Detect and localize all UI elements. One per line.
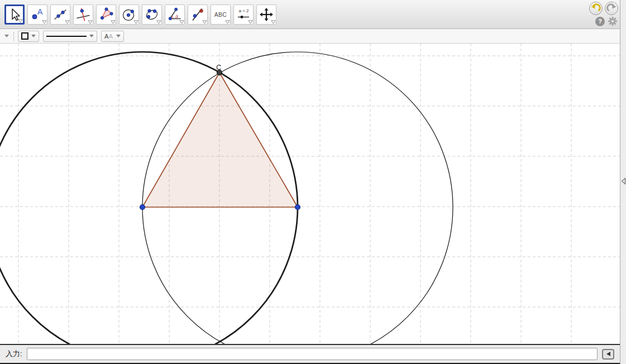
slider-tool-label: a = 2: [238, 8, 249, 13]
tool-options-arrow-icon[interactable]: [42, 20, 47, 24]
tool-bar: AaABCa = 2: [0, 0, 620, 29]
point-label: C: [216, 63, 221, 71]
chevron-down-icon: [89, 35, 94, 37]
color-style-dropdown[interactable]: [18, 31, 39, 42]
label-style-dropdown[interactable]: AA: [101, 31, 124, 42]
tool-perpendicular-button[interactable]: [73, 4, 93, 25]
settings-button[interactable]: [608, 16, 618, 26]
free-point-B[interactable]: [295, 205, 300, 210]
tool-ellipse-button[interactable]: [142, 4, 162, 25]
tool-options-arrow-icon[interactable]: [156, 20, 161, 24]
tool-point-button[interactable]: A: [27, 4, 47, 25]
input-label: 入力:: [6, 349, 22, 359]
tool-options-arrow-icon[interactable]: [179, 20, 184, 24]
tool-circle-button[interactable]: [119, 4, 139, 25]
main-column: AaABCa = 2: [0, 0, 620, 364]
stylebar-collapse-icon[interactable]: [4, 34, 9, 38]
tool-options-arrow-icon[interactable]: [225, 20, 230, 24]
input-bar: 入力:: [0, 345, 620, 364]
help-button[interactable]: ?: [595, 17, 605, 26]
redo-icon: [606, 3, 617, 14]
triangle-polygon[interactable]: [142, 73, 298, 207]
command-input[interactable]: [27, 348, 598, 360]
tool-move-button[interactable]: [4, 4, 25, 25]
undo-button[interactable]: [589, 2, 603, 15]
tool-options-arrow-icon[interactable]: [65, 20, 70, 24]
input-help-arrow-icon: [606, 352, 610, 356]
geogebra-window: AaABCa = 2: [0, 0, 626, 364]
tool-options-arrow-icon[interactable]: [111, 20, 116, 24]
tool-polygon-button[interactable]: [96, 4, 116, 25]
style-bar: AA: [0, 29, 620, 44]
help-icon: ?: [598, 18, 602, 25]
chevron-down-icon: [116, 35, 121, 37]
svg-text:a: a: [175, 13, 178, 18]
line-style-preview: [46, 36, 87, 37]
color-swatch: [21, 32, 28, 40]
label-style-preview: AA: [104, 33, 113, 40]
panel-collapse-strip[interactable]: [620, 0, 626, 364]
tool-options-arrow-icon[interactable]: [88, 20, 93, 24]
undo-icon: [590, 3, 601, 14]
gear-icon: [608, 16, 618, 26]
toolbar-right-cluster: ?: [589, 2, 618, 26]
tool-options-arrow-icon[interactable]: [248, 20, 253, 24]
tool-slider-button[interactable]: a = 2: [233, 4, 254, 25]
graphics-view[interactable]: C: [0, 44, 620, 345]
tool-move-view-button[interactable]: [256, 4, 276, 25]
tool-buttons-group: AaABCa = 2: [4, 4, 279, 25]
svg-text:A: A: [37, 7, 43, 16]
text-tool-label: ABC: [214, 11, 227, 18]
redo-button[interactable]: [605, 2, 618, 15]
line-style-dropdown[interactable]: [43, 31, 97, 42]
stylebar-separator: [13, 32, 14, 41]
tool-options-arrow-icon[interactable]: [18, 19, 23, 23]
construction-canvas[interactable]: C: [0, 44, 620, 344]
tool-angle-button[interactable]: a: [165, 4, 185, 25]
input-help-button[interactable]: [602, 349, 614, 360]
tool-line-button[interactable]: [50, 4, 70, 25]
tool-options-arrow-icon[interactable]: [133, 20, 138, 24]
free-point-A[interactable]: [140, 205, 145, 210]
panel-expand-arrow-icon[interactable]: [621, 178, 626, 185]
tool-reflect-button[interactable]: [188, 4, 208, 25]
tool-text-button[interactable]: ABC: [211, 4, 231, 25]
tool-options-arrow-icon[interactable]: [271, 20, 276, 24]
tool-options-arrow-icon[interactable]: [202, 20, 207, 24]
chevron-down-icon: [31, 35, 36, 37]
